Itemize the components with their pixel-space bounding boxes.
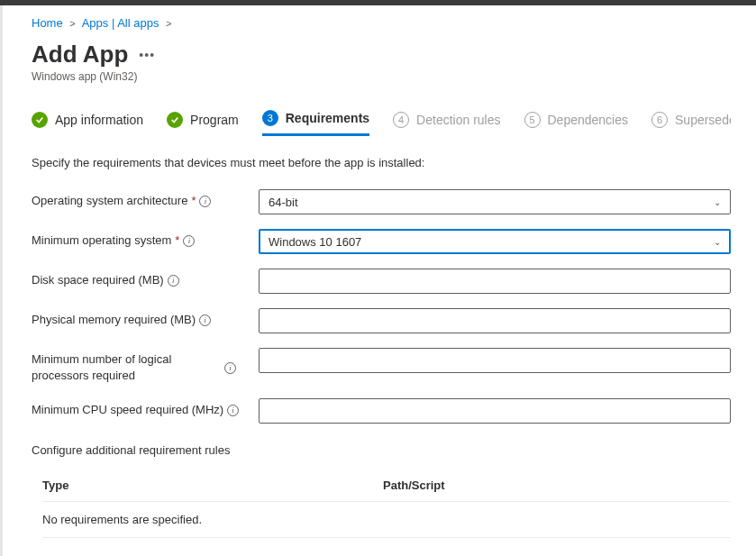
field-disk-space: Disk space required (MB) i xyxy=(32,269,731,294)
field-os-architecture: Operating system architecture * i 64-bit… xyxy=(32,189,731,214)
tab-label: Program xyxy=(190,113,239,127)
info-icon[interactable]: i xyxy=(199,314,211,326)
chevron-down-icon: ⌄ xyxy=(714,197,721,207)
rules-table: Type Path/Script No requirements are spe… xyxy=(42,479,731,556)
tab-requirements[interactable]: 3 Requirements xyxy=(262,110,369,136)
tab-label: Supersedence xyxy=(675,113,731,127)
page-title: Add App xyxy=(32,41,128,68)
select-value: 64-bit xyxy=(269,196,298,209)
field-label: Operating system architecture * i xyxy=(32,189,259,209)
required-indicator: * xyxy=(191,193,196,209)
step-number-badge: 5 xyxy=(524,112,541,128)
form-description: Specify the requirements that devices mu… xyxy=(32,156,731,169)
label-text: Disk space required (MB) xyxy=(32,272,164,288)
tab-label: App information xyxy=(55,113,143,127)
field-cpu-speed: Minimum CPU speed required (MHz) i xyxy=(32,398,731,424)
more-icon[interactable]: ••• xyxy=(139,48,155,62)
tab-dependencies: 5 Dependencies xyxy=(524,110,629,136)
tab-detection-rules: 4 Detection rules xyxy=(393,110,500,136)
breadcrumb-apps[interactable]: Apps | All apps xyxy=(82,16,159,30)
field-logical-processors: Minimum number of logical processors req… xyxy=(32,348,731,384)
chevron-down-icon: ⌄ xyxy=(714,237,721,247)
physical-memory-input[interactable] xyxy=(259,308,731,333)
breadcrumb: Home > Apps | All apps > xyxy=(32,16,731,30)
info-icon[interactable]: i xyxy=(224,362,236,374)
rules-empty-message: No requirements are specified. xyxy=(42,502,731,538)
min-os-select[interactable]: Windows 10 1607 ⌄ xyxy=(259,229,731,254)
field-label: Minimum operating system * i xyxy=(32,229,259,249)
column-header-path: Path/Script xyxy=(383,479,445,492)
info-icon[interactable]: i xyxy=(199,196,211,207)
required-indicator: * xyxy=(175,232,179,249)
page-content: Home > Apps | All apps > Add App ••• Win… xyxy=(0,5,756,556)
tab-label: Requirements xyxy=(286,111,369,125)
logical-processors-input[interactable] xyxy=(259,348,731,373)
step-number-badge: 3 xyxy=(262,110,278,126)
additional-rules-heading: Configure additional requirement rules xyxy=(32,443,731,457)
label-text: Physical memory required (MB) xyxy=(32,312,196,328)
step-number-badge: 6 xyxy=(651,112,668,128)
field-label: Minimum CPU speed required (MHz) i xyxy=(32,398,259,418)
select-value: Windows 10 1607 xyxy=(269,235,361,249)
tab-label: Dependencies xyxy=(548,113,629,127)
breadcrumb-home[interactable]: Home xyxy=(32,16,63,30)
field-label: Physical memory required (MB) i xyxy=(32,308,259,328)
checkmark-icon xyxy=(167,112,183,128)
info-icon[interactable]: i xyxy=(227,405,239,416)
tab-app-information[interactable]: App information xyxy=(32,110,143,136)
checkmark-icon xyxy=(32,112,48,128)
chevron-right-icon: > xyxy=(69,18,75,29)
step-number-badge: 4 xyxy=(393,112,409,128)
info-icon[interactable]: i xyxy=(168,275,179,287)
rules-table-header: Type Path/Script xyxy=(42,479,731,502)
column-header-type: Type xyxy=(42,479,383,492)
label-text: Minimum operating system xyxy=(32,232,171,249)
cpu-speed-input[interactable] xyxy=(259,398,731,424)
field-min-os: Minimum operating system * i Windows 10 … xyxy=(32,229,731,254)
tab-program[interactable]: Program xyxy=(167,110,239,136)
os-architecture-select[interactable]: 64-bit ⌄ xyxy=(259,189,731,214)
label-text: Minimum number of logical processors req… xyxy=(32,351,221,384)
label-text: Minimum CPU speed required (MHz) xyxy=(32,402,223,418)
tab-label: Detection rules xyxy=(416,113,500,127)
tab-supersedence: 6 Supersedence xyxy=(651,110,731,136)
label-text: Operating system architecture xyxy=(32,193,187,209)
wizard-tabs: App information Program 3 Requirements 4… xyxy=(32,110,731,136)
field-physical-memory: Physical memory required (MB) i xyxy=(32,308,731,333)
chevron-right-icon: > xyxy=(166,18,171,29)
info-icon[interactable]: i xyxy=(183,235,195,247)
field-label: Disk space required (MB) i xyxy=(32,269,259,288)
page-header: Add App ••• xyxy=(32,41,731,68)
disk-space-input[interactable] xyxy=(259,269,731,294)
field-label: Minimum number of logical processors req… xyxy=(32,348,259,384)
page-subtitle: Windows app (Win32) xyxy=(32,70,731,83)
